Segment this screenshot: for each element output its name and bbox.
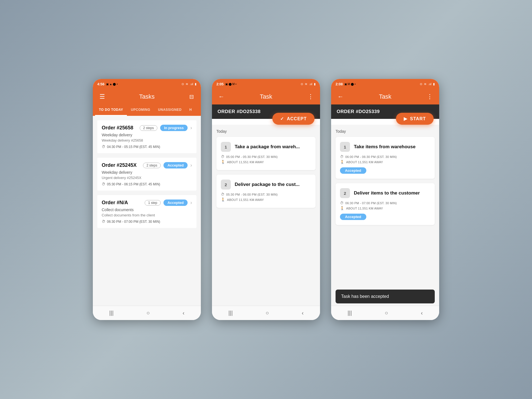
task-distance-3-1: ABOUT 11,551 KM AWAY	[346, 160, 383, 164]
app-title-2: Task	[226, 93, 306, 100]
clock-icon-task-3-1: ⏱	[340, 155, 344, 159]
order-desc-1: Weekday delivery #25658	[102, 138, 192, 142]
task-title-2-2: Deliver package to the cust...	[235, 182, 300, 187]
back-icon-2: ←	[218, 93, 224, 100]
order-time-2: 05:30 PM - 06:15 PM (EST. 45 MIN)	[107, 182, 160, 186]
tab-today[interactable]: TO DO TODAY	[95, 104, 127, 116]
task-distance-3-2: ABOUT 11,551 KM AWAY	[346, 207, 383, 210]
check-icon: ✓	[280, 116, 284, 121]
status-left-icons-1: ▣ ▲ ⬤ •	[106, 83, 118, 86]
play-icon: ▶	[404, 116, 407, 121]
order-item-1[interactable]: Order #25658 2 steps In progress › Weekd…	[97, 120, 196, 153]
distance-icon-3-1: 🚶	[340, 160, 344, 164]
order-id-1: Order #25658	[102, 125, 137, 131]
menu-button-1[interactable]	[97, 92, 107, 102]
wifi-icon-3: ≋	[424, 82, 426, 86]
nav-home-1[interactable]: ○	[146, 310, 150, 316]
chevron-right-icon-2: ›	[190, 162, 192, 168]
step-num-3-2: 2	[340, 188, 350, 198]
wifi-icon-2: ≋	[305, 82, 307, 86]
order-desc-2: Urgent delivery #25245X	[102, 176, 192, 180]
accept-button[interactable]: ✓ ACCEPT	[272, 113, 314, 125]
more-icon-3: ⋮	[427, 93, 433, 100]
nav-back-1[interactable]: ‹	[183, 310, 185, 316]
order-subtitle-1: Weekday delivery	[102, 133, 192, 137]
task-distance-2-2: ABOUT 11,551 KM AWAY	[227, 198, 264, 201]
status-left-icons-3: ▣ M ⬤ •	[344, 83, 355, 86]
clock-icon-task-3-2: ⏱	[340, 201, 344, 205]
nav-recent-2[interactable]: |||	[228, 310, 233, 316]
distance-icon-2-2: 🚶	[221, 198, 225, 202]
tab-unassigned[interactable]: UNASSIGNED	[154, 104, 185, 116]
status-right-icons-2: ⊙ ≋ .ul ▮	[301, 82, 316, 86]
chevron-right-icon-1: ›	[190, 125, 192, 131]
status-bar-2: 2:05 ▣ ⬤ M • ⊙ ≋ .ul ▮	[212, 79, 320, 89]
tab-bar-1: TO DO TODAY UPCOMING UNASSIGNED H	[93, 104, 201, 116]
task-content-3: Today 1 Take items from warehouse ⏱ 06:0…	[331, 125, 439, 306]
signal-icon-2: .ul	[309, 82, 312, 86]
order-time-1: 04:30 PM - 05:15 PM (EST. 45 MIN)	[107, 145, 160, 149]
task-content-2: Today 1 Take a package from wareh... ⏱ 0…	[212, 125, 320, 306]
order-desc-3: Collect documents from the client	[102, 213, 192, 217]
wifi-icon-1: ≋	[186, 82, 188, 86]
status-time-1: 4:56 ▣ ▲ ⬤ •	[97, 82, 118, 86]
filter-button-1[interactable]: ⊟	[186, 92, 196, 102]
accept-label: ACCEPT	[287, 116, 307, 121]
order-time-3: 06:30 PM - 07:00 PM (EST. 30 MIN)	[107, 220, 160, 224]
status-bar-3: 2:08 ▣ M ⬤ • ⊙ ≋ .ul ▮	[331, 79, 439, 89]
more-button-3[interactable]: ⋮	[425, 92, 435, 102]
nav-recent-3[interactable]: |||	[347, 310, 352, 316]
task-title-3-1: Take items from warehouse	[354, 144, 416, 150]
status-right-icons-3: ⊙ ≋ .ul ▮	[420, 82, 435, 86]
back-button-3[interactable]: ←	[336, 92, 346, 102]
tab-upcoming[interactable]: UPCOMING	[127, 104, 154, 116]
distance-icon-2-1: 🚶	[221, 160, 225, 164]
order-item-2[interactable]: Order #25245X 2 steps Accepted › Weekday…	[97, 158, 196, 191]
back-button-2[interactable]: ←	[216, 92, 226, 102]
task-time-3-2: 06:30 PM - 07:00 PM (EST. 30 MIN)	[345, 201, 397, 205]
nav-home-3[interactable]: ○	[385, 310, 388, 316]
task-time-3-1: 06:00 PM - 06:30 PM (EST. 30 MIN)	[345, 155, 397, 158]
task-card-3-1[interactable]: 1 Take items from warehouse ⏱ 06:00 PM -…	[336, 137, 435, 179]
nav-recent-1[interactable]: |||	[109, 310, 114, 316]
task-time-2-2: 05:30 PM - 06:00 PM (EST. 30 MIN)	[226, 193, 278, 196]
order-id-2: Order #25245X	[102, 162, 140, 168]
location-icon-2: ⊙	[301, 82, 303, 86]
step-num-2-2: 2	[221, 180, 231, 190]
signal-icon-1: .ul	[190, 82, 193, 86]
task-card-3-2[interactable]: 2 Deliver items to the customer ⏱ 06:30 …	[336, 183, 435, 225]
nav-back-2[interactable]: ‹	[302, 310, 304, 316]
steps-badge-1: 2 steps	[140, 125, 158, 131]
status-time-3: 2:08 ▣ M ⬤ •	[336, 82, 355, 86]
accepted-tag-3-1: Accepted	[340, 167, 366, 174]
action-btn-container-3: ▶ START	[331, 113, 439, 125]
status-right-icons-1: ⊙ ≋ .ul ▮	[181, 82, 196, 86]
task-title-3-2: Deliver items to the customer	[354, 190, 420, 196]
phone-1: 4:56 ▣ ▲ ⬤ • ⊙ ≋ .ul ▮ Tasks ⊟ TO DO TOD…	[93, 79, 201, 320]
task-card-2-2[interactable]: 2 Deliver package to the cust... ⏱ 05:30…	[216, 175, 316, 208]
more-button-2[interactable]: ⋮	[306, 92, 316, 102]
tab-h[interactable]: H	[185, 104, 196, 116]
start-label: START	[410, 116, 426, 121]
task-title-2-1: Take a package from wareh...	[235, 144, 300, 150]
order-subtitle-3: Collect documents	[102, 208, 192, 212]
accepted-tag-3-2: Accepted	[340, 214, 366, 220]
app-header-3: ← Task ⋮	[331, 89, 439, 104]
chevron-right-icon-3: ›	[190, 200, 192, 206]
task-card-2-1[interactable]: 1 Take a package from wareh... ⏱ 05:00 P…	[216, 137, 316, 170]
action-btn-container-2: ✓ ACCEPT	[212, 113, 320, 125]
app-header-1: Tasks ⊟	[93, 89, 201, 104]
battery-icon-1: ▮	[195, 82, 196, 86]
phone-3: 2:08 ▣ M ⬤ • ⊙ ≋ .ul ▮ ← Task ⋮ ORDER #D…	[331, 79, 439, 320]
order-item-3[interactable]: Order #N/A 1 step Accepted › Collect doc…	[97, 195, 196, 228]
status-badge-3: Accepted	[163, 200, 188, 206]
clock-icon-2: ⏱	[102, 182, 105, 186]
section-label-3: Today	[336, 129, 435, 134]
start-button[interactable]: ▶ START	[396, 113, 434, 125]
nav-home-2[interactable]: ○	[265, 310, 269, 316]
status-bar-1: 4:56 ▣ ▲ ⬤ • ⊙ ≋ .ul ▮	[93, 79, 201, 89]
nav-back-3[interactable]: ‹	[421, 310, 423, 316]
status-left-icons-2: ▣ ⬤ M •	[225, 83, 236, 86]
filter-icon-1: ⊟	[189, 93, 194, 100]
back-icon-3: ←	[337, 93, 344, 100]
